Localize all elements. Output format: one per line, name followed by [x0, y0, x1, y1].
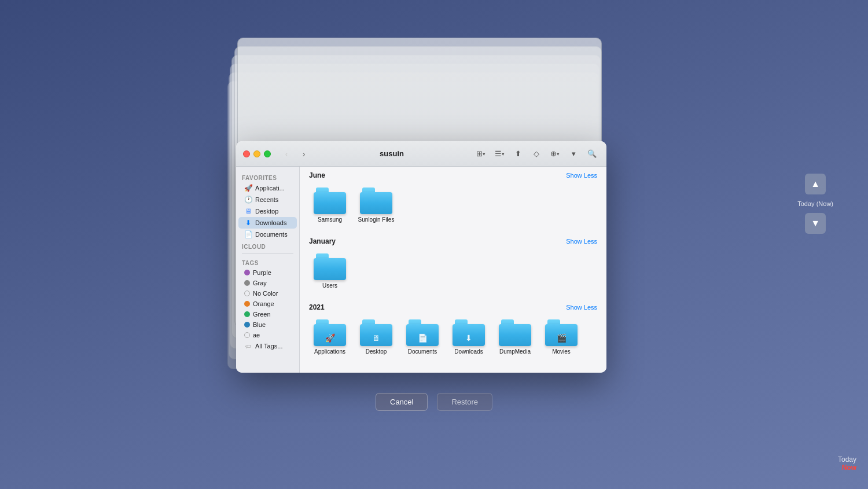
window-title: susuin [315, 149, 469, 158]
january-title: January [309, 237, 336, 245]
samsung-folder-icon [314, 187, 346, 214]
applications-overlay-icon: 🚀 [325, 333, 335, 343]
file-area: June Show Less Samsung Sunlogin Fil [300, 167, 606, 373]
sidebar-tag-purple[interactable]: Purple [238, 267, 297, 278]
sidebar: Favorites 🚀 Applicati... 🕐 Recents 🖥 Des… [236, 167, 300, 373]
restore-button[interactable]: Restore [437, 393, 492, 411]
view-grid-button[interactable]: ⊞ ▾ [473, 148, 488, 160]
dropdown-icon: ▾ [572, 149, 576, 158]
folder-body-5: 🖥 [360, 324, 392, 346]
sidebar-item-recents[interactable]: 🕐 Recents [238, 194, 297, 205]
downloads-folder-icon: ⬇ [453, 319, 485, 346]
gray-label: Gray [253, 280, 267, 286]
movies-overlay-icon: 🎬 [557, 333, 567, 343]
sidebar-item-downloads[interactable]: ⬇ Downloads [238, 217, 297, 229]
sidebar-all-tags[interactable]: 🏷 All Tags... [238, 340, 297, 352]
desktop-folder-icon: 🖥 [360, 319, 392, 346]
sidebar-tag-gray[interactable]: Gray [238, 278, 297, 288]
january-show-less[interactable]: Show Less [566, 238, 597, 245]
file-downloads-2021[interactable]: ⬇ Downloads [448, 316, 490, 358]
view-list-button[interactable]: ☰ ▾ [492, 148, 507, 160]
applications-icon: 🚀 [244, 184, 252, 192]
sidebar-item-desktop[interactable]: 🖥 Desktop [238, 205, 297, 217]
file-movies[interactable]: 🎬 Movies [540, 316, 582, 358]
smiley-icon: ⊕ [550, 149, 557, 158]
tag-icon: ◇ [534, 149, 539, 158]
green-dot [244, 311, 250, 317]
all-tags-label: All Tags... [255, 343, 283, 350]
finder-window: ‹ › susuin ⊞ ▾ ☰ ▾ ⬆ ◇ ⊕ ▾ ▾ [236, 141, 606, 373]
users-label: Users [322, 282, 337, 289]
minimize-button[interactable] [253, 150, 260, 157]
june-show-less[interactable]: Show Less [566, 172, 597, 179]
file-users[interactable]: Users [309, 250, 351, 292]
all-tags-icon: 🏷 [244, 342, 252, 350]
sidebar-item-applications[interactable]: 🚀 Applicati... [238, 182, 297, 194]
action-button[interactable]: ⊕ ▾ [547, 148, 562, 160]
sunlogin-label: Sunlogin Files [358, 216, 395, 223]
file-applications-2021[interactable]: 🚀 Applications [309, 316, 351, 358]
desktop-overlay-icon: 🖥 [372, 333, 380, 343]
traffic-lights [243, 150, 271, 157]
downloads-icon: ⬇ [244, 219, 252, 227]
sidebar-tag-blue[interactable]: Blue [238, 319, 297, 330]
2021-show-less[interactable]: Show Less [566, 304, 597, 311]
sidebar-item-documents[interactable]: 📄 Documents [238, 229, 297, 240]
folder-body-8 [499, 324, 531, 346]
january-files: Users [300, 248, 606, 299]
toolbar: ‹ › susuin ⊞ ▾ ☰ ▾ ⬆ ◇ ⊕ ▾ ▾ [236, 141, 606, 167]
tm-now-label: Now [838, 464, 856, 472]
gray-dot [244, 280, 250, 286]
tm-label: Today (Now) [797, 200, 833, 207]
tm-up-button[interactable]: ▲ [805, 174, 826, 194]
sidebar-tag-no-color[interactable]: No Color [238, 288, 297, 299]
folder-body-9: 🎬 [545, 324, 578, 346]
close-button[interactable] [243, 150, 250, 157]
back-button[interactable]: ‹ [280, 148, 293, 160]
toolbar-actions: ⊞ ▾ ☰ ▾ ⬆ ◇ ⊕ ▾ ▾ 🔍 [473, 148, 599, 160]
tag-button[interactable]: ◇ [529, 148, 544, 160]
tags-label: Tags [236, 256, 299, 267]
purple-label: Purple [253, 269, 271, 276]
file-desktop-2021[interactable]: 🖥 Desktop [355, 316, 397, 358]
tm-down-button[interactable]: ▼ [805, 213, 826, 234]
file-sunlogin[interactable]: Sunlogin Files [355, 184, 397, 226]
folder-body-6: 📄 [406, 324, 439, 346]
section-2021-header: 2021 Show Less [300, 299, 606, 314]
downloads-overlay-icon: ⬇ [465, 333, 472, 343]
maximize-button[interactable] [264, 150, 271, 157]
movies-folder-icon: 🎬 [545, 319, 578, 346]
sidebar-tag-ae[interactable]: ae [238, 330, 297, 340]
forward-button[interactable]: › [297, 148, 310, 160]
action-chevron-icon: ▾ [557, 151, 560, 157]
dropdown-button[interactable]: ▾ [566, 148, 581, 160]
desktop-icon: 🖥 [244, 207, 252, 215]
section-january-header: January Show Less [300, 233, 606, 248]
sunlogin-folder-icon [360, 187, 392, 214]
list-chevron-icon: ▾ [502, 151, 505, 157]
applications-label: Applicati... [255, 185, 285, 192]
cancel-button[interactable]: Cancel [376, 393, 428, 411]
applications-folder-icon: 🚀 [314, 319, 346, 346]
documents-2021-label: Documents [408, 348, 437, 355]
search-button[interactable]: 🔍 [584, 148, 599, 160]
green-label: Green [253, 311, 271, 318]
folder-body-3 [314, 258, 346, 280]
file-documents-2021[interactable]: 📄 Documents [402, 316, 443, 358]
purple-dot [244, 270, 250, 275]
sidebar-tag-orange[interactable]: Orange [238, 299, 297, 309]
blue-dot [244, 322, 250, 328]
file-samsung[interactable]: Samsung [309, 184, 351, 226]
grid-chevron-icon: ▾ [483, 151, 486, 157]
2021-files: 🚀 Applications 🖥 Desktop [300, 314, 606, 365]
desktop-2021-label: Desktop [366, 348, 387, 355]
documents-folder-icon: 📄 [406, 319, 439, 346]
time-machine-sidebar: ▲ Today (Now) ▼ [797, 174, 833, 234]
june-files: Samsung Sunlogin Files [300, 182, 606, 233]
dumpmedia-label: DumpMedia [499, 348, 531, 355]
share-button[interactable]: ⬆ [510, 148, 525, 160]
sidebar-tag-green[interactable]: Green [238, 309, 297, 319]
desktop-label: Desktop [255, 208, 278, 215]
file-dumpmedia[interactable]: DumpMedia [494, 316, 536, 358]
documents-icon: 📄 [244, 230, 252, 238]
